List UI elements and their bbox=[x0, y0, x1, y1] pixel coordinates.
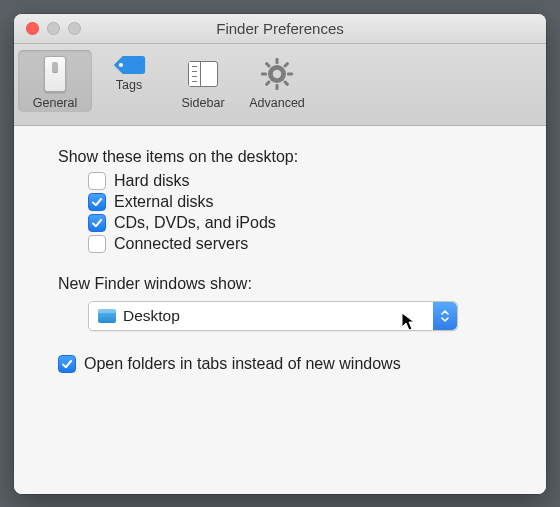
svg-rect-9 bbox=[283, 80, 289, 86]
svg-rect-8 bbox=[265, 61, 271, 67]
svg-rect-6 bbox=[283, 61, 289, 67]
svg-rect-2 bbox=[276, 58, 279, 64]
checkbox-icon bbox=[58, 355, 76, 373]
sidebar-icon bbox=[183, 54, 223, 94]
tab-general[interactable]: General bbox=[18, 50, 92, 112]
content-pane: Show these items on the desktop: Hard di… bbox=[14, 126, 546, 494]
checkbox-open-in-tabs[interactable]: Open folders in tabs instead of new wind… bbox=[58, 355, 510, 373]
checkbox-connected-servers[interactable]: Connected servers bbox=[88, 235, 510, 253]
tab-label: General bbox=[33, 96, 77, 110]
checkbox-label: External disks bbox=[114, 193, 214, 211]
toolbar: General Tags Sidebar bbox=[14, 44, 546, 126]
svg-point-10 bbox=[273, 69, 281, 77]
new-window-heading: New Finder windows show: bbox=[58, 275, 510, 293]
checkbox-label: Open folders in tabs instead of new wind… bbox=[84, 355, 401, 373]
minimize-icon[interactable] bbox=[47, 22, 60, 35]
desktop-folder-icon bbox=[98, 309, 116, 323]
cursor-icon bbox=[401, 312, 417, 336]
titlebar: Finder Preferences bbox=[14, 14, 546, 44]
checkbox-icon bbox=[88, 172, 106, 190]
checkbox-icon bbox=[88, 214, 106, 232]
popup-selected-label: Desktop bbox=[123, 307, 180, 325]
chevron-up-down-icon bbox=[433, 302, 457, 330]
tab-label: Advanced bbox=[249, 96, 305, 110]
preferences-window: Finder Preferences General Tags bbox=[14, 14, 546, 494]
window-controls bbox=[14, 22, 81, 35]
tab-label: Sidebar bbox=[181, 96, 224, 110]
tab-tags[interactable]: Tags bbox=[92, 50, 166, 94]
svg-rect-4 bbox=[261, 72, 267, 75]
svg-rect-3 bbox=[276, 84, 279, 90]
close-icon[interactable] bbox=[26, 22, 39, 35]
tab-sidebar[interactable]: Sidebar bbox=[166, 50, 240, 112]
tab-advanced[interactable]: Advanced bbox=[240, 50, 314, 112]
checkbox-external-disks[interactable]: External disks bbox=[88, 193, 510, 211]
new-window-popup[interactable]: Desktop bbox=[88, 301, 458, 331]
switch-icon bbox=[35, 54, 75, 94]
window-title: Finder Preferences bbox=[14, 20, 546, 37]
svg-rect-7 bbox=[265, 80, 271, 86]
svg-rect-5 bbox=[287, 72, 293, 75]
checkbox-label: CDs, DVDs, and iPods bbox=[114, 214, 276, 232]
checkbox-hard-disks[interactable]: Hard disks bbox=[88, 172, 510, 190]
gear-icon bbox=[257, 54, 297, 94]
svg-point-0 bbox=[119, 62, 123, 66]
checkbox-label: Connected servers bbox=[114, 235, 248, 253]
checkbox-icon bbox=[88, 235, 106, 253]
checkbox-label: Hard disks bbox=[114, 172, 190, 190]
checkbox-icon bbox=[88, 193, 106, 211]
checkbox-cds-dvds-ipods[interactable]: CDs, DVDs, and iPods bbox=[88, 214, 510, 232]
tag-icon bbox=[112, 54, 146, 76]
tab-label: Tags bbox=[116, 78, 142, 92]
zoom-icon[interactable] bbox=[68, 22, 81, 35]
desktop-items-heading: Show these items on the desktop: bbox=[58, 148, 510, 166]
